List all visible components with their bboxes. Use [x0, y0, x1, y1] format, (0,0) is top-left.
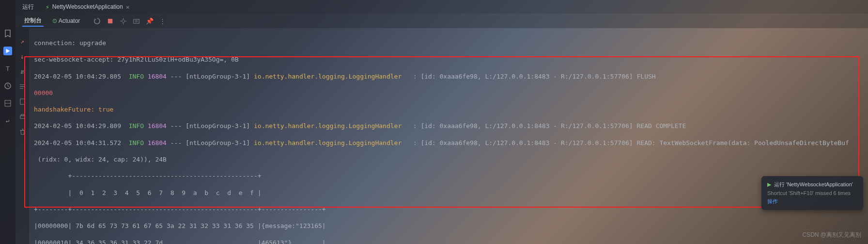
- rerun-icon[interactable]: [93, 17, 101, 25]
- console-toolbar: 控制台 ⊙ Actuator 📌 ⋮: [16, 14, 868, 28]
- log-line: 2024-02-05 10:04:31.572 INFO 16804 --- […: [34, 138, 863, 147]
- svg-rect-8: [20, 116, 24, 119]
- arrow-up-icon[interactable]: ↗: [20, 38, 24, 45]
- log-warn-line: handshakeFuture: true: [34, 105, 863, 114]
- play-icon[interactable]: [3, 47, 12, 55]
- log-error-line: 00000: [34, 88, 863, 98]
- log-line: connection: upgrade: [34, 38, 863, 48]
- svg-point-6: [136, 20, 138, 22]
- svg-rect-9: [21, 114, 24, 116]
- hex-dump: |00000010| 34 36 35 36 31 33 22 7d |4656…: [34, 238, 863, 244]
- log-line: (ridx: 0, widx: 24, cap: 24)), 24B: [34, 155, 863, 164]
- pin-icon[interactable]: 📌: [146, 17, 154, 25]
- svg-point-4: [122, 19, 125, 22]
- layout-icon[interactable]: [3, 99, 12, 108]
- notification-action[interactable]: 操作: [767, 198, 857, 205]
- hex-dump: +---------------------------------------…: [34, 171, 863, 180]
- bookmark-icon[interactable]: [3, 29, 12, 38]
- trash-icon[interactable]: [19, 128, 26, 135]
- console-output[interactable]: connection: upgrade sec-websocket-accept…: [29, 28, 868, 244]
- tab-app-label: NettyWebsocketApplication: [52, 3, 123, 10]
- log-line: 2024-02-05 10:04:29.805 INFO 16804 --- […: [34, 72, 863, 81]
- text-icon[interactable]: T: [3, 64, 12, 73]
- close-icon[interactable]: ×: [126, 3, 130, 11]
- play-icon: ▶: [767, 181, 771, 188]
- svg-rect-7: [20, 99, 24, 104]
- softwrap-icon[interactable]: [19, 83, 26, 90]
- run-label: 运行: [22, 3, 34, 11]
- more-icon[interactable]: ⋮: [159, 17, 166, 25]
- log-line: 2024-02-05 10:04:29.809 INFO 16804 --- […: [34, 121, 863, 130]
- svg-rect-3: [108, 18, 112, 23]
- log-line: sec-websocket-accept: 27y1hR2lLuS0zlH+od…: [34, 55, 863, 64]
- notification-title: 运行 'NettyWebsocketApplication': [774, 181, 853, 188]
- hex-dump: +--------+------------------------------…: [34, 205, 863, 214]
- activity-bar: T ↩: [0, 0, 16, 244]
- return-icon[interactable]: ↩: [3, 116, 12, 125]
- notification-popup[interactable]: ▶ 运行 'NettyWebsocketApplication' Shortcu…: [761, 176, 863, 210]
- console-gutter: ↗ ↓ ⇵: [16, 28, 29, 244]
- wrap-icon[interactable]: ⇵: [20, 68, 24, 75]
- scroll-icon[interactable]: [19, 98, 26, 105]
- hex-dump: | 0 1 2 3 4 5 6 7 8 9 a b c d e f |: [34, 188, 863, 197]
- watermark: CSDN @离别又见离别: [802, 231, 861, 239]
- svg-rect-5: [134, 19, 139, 23]
- stop-icon[interactable]: [107, 17, 114, 25]
- notification-sub: Shortcut 'Shift+F10' missed 6 times: [767, 190, 857, 196]
- print-icon[interactable]: [19, 113, 26, 120]
- actuator-tab-button[interactable]: ⊙ Actuator: [50, 16, 82, 25]
- arrow-down-icon[interactable]: ↓: [20, 53, 24, 60]
- hex-dump: |00000000| 7b 6d 65 73 73 61 67 65 3a 22…: [34, 221, 863, 230]
- camera-icon[interactable]: [133, 17, 140, 25]
- run-tabs: 运行 ⚡ NettyWebsocketApplication ×: [16, 0, 868, 14]
- console-tab-button[interactable]: 控制台: [22, 16, 44, 27]
- history-icon[interactable]: [3, 81, 12, 90]
- tab-app[interactable]: ⚡ NettyWebsocketApplication ×: [42, 1, 134, 13]
- run-icon: ⚡: [46, 3, 49, 11]
- settings-icon[interactable]: [120, 17, 127, 25]
